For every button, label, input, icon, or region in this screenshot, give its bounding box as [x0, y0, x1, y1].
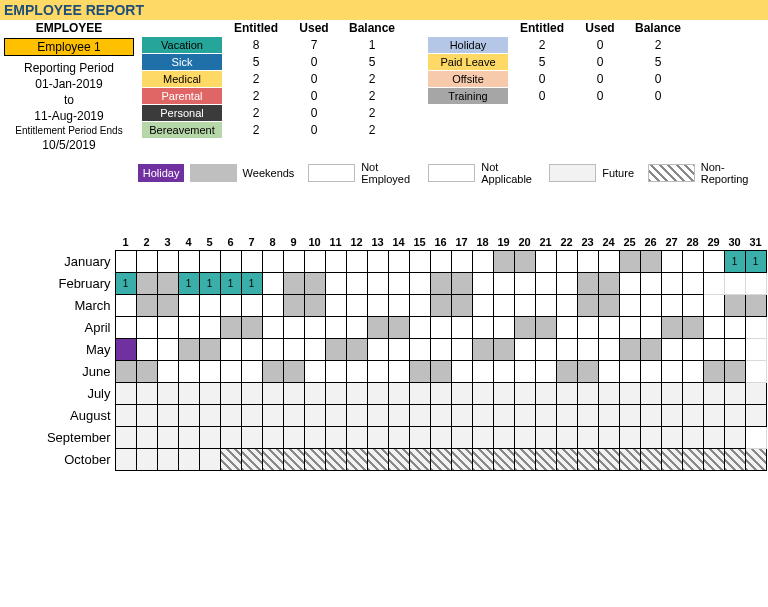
day-cell [136, 383, 157, 405]
num-cell: 0 [286, 122, 342, 139]
day-cell [682, 383, 703, 405]
day-cell [724, 383, 745, 405]
day-cell [283, 295, 304, 317]
day-cell [199, 383, 220, 405]
day-cell [703, 383, 724, 405]
day-cell [409, 361, 430, 383]
day-cell [367, 339, 388, 361]
day-header: 8 [262, 235, 283, 251]
day-cell [493, 449, 514, 471]
day-cell [556, 273, 577, 295]
day-cell [724, 295, 745, 317]
day-cell [115, 317, 136, 339]
day-cell [220, 295, 241, 317]
day-cell [451, 339, 472, 361]
day-cell [724, 427, 745, 449]
day-cell [367, 317, 388, 339]
day-cell [745, 339, 766, 361]
day-cell [619, 251, 640, 273]
day-cell [724, 317, 745, 339]
day-cell [451, 273, 472, 295]
day-cell [703, 427, 724, 449]
day-cell [514, 339, 535, 361]
day-cell [367, 251, 388, 273]
day-cell [262, 339, 283, 361]
day-cell [493, 295, 514, 317]
day-cell [157, 251, 178, 273]
day-cell [661, 449, 682, 471]
day-cell [703, 273, 724, 295]
day-cell [703, 295, 724, 317]
day-cell [409, 251, 430, 273]
reporting-start: 01-Jan-2019 [4, 76, 134, 92]
month-label: June [40, 361, 115, 383]
day-cell [283, 273, 304, 295]
col-entitled-2: Entitled [514, 20, 570, 37]
type-sick: Sick [142, 54, 222, 71]
day-cell [262, 449, 283, 471]
day-cell [640, 383, 661, 405]
day-cell [136, 273, 157, 295]
legend-nonrep-swatch [648, 164, 695, 182]
day-cell [745, 295, 766, 317]
day-cell [703, 339, 724, 361]
day-cell [430, 449, 451, 471]
day-cell: 1 [199, 273, 220, 295]
num-cell: 0 [286, 88, 342, 105]
month-label: January [40, 251, 115, 273]
day-cell [409, 449, 430, 471]
day-cell [304, 295, 325, 317]
day-cell [241, 251, 262, 273]
day-cell [220, 251, 241, 273]
day-cell [346, 361, 367, 383]
day-cell [157, 361, 178, 383]
day-cell [388, 427, 409, 449]
entitlement-date: 10/5/2019 [4, 137, 134, 153]
num-cell: 2 [630, 37, 686, 54]
day-cell [619, 449, 640, 471]
day-cell [241, 339, 262, 361]
day-cell [598, 449, 619, 471]
num-cell: 1 [344, 37, 400, 54]
day-cell [682, 251, 703, 273]
day-cell [535, 449, 556, 471]
day-cell [178, 427, 199, 449]
day-cell [451, 427, 472, 449]
day-cell [661, 317, 682, 339]
day-cell [430, 295, 451, 317]
day-cell [157, 317, 178, 339]
num-cell: 0 [630, 71, 686, 88]
day-cell [262, 295, 283, 317]
day-cell [577, 251, 598, 273]
day-cell [472, 361, 493, 383]
day-cell [241, 317, 262, 339]
day-cell: 1 [724, 251, 745, 273]
day-cell [136, 405, 157, 427]
day-cell [430, 339, 451, 361]
num-cell: 0 [514, 71, 570, 88]
day-cell [136, 361, 157, 383]
day-cell [178, 295, 199, 317]
day-header: 14 [388, 235, 409, 251]
day-cell [220, 405, 241, 427]
day-cell [346, 317, 367, 339]
day-cell [535, 405, 556, 427]
num-cell: 0 [572, 54, 628, 71]
day-cell [577, 449, 598, 471]
day-cell [577, 383, 598, 405]
day-cell [472, 427, 493, 449]
day-cell [640, 273, 661, 295]
day-cell [535, 317, 556, 339]
day-cell [514, 405, 535, 427]
day-cell [472, 251, 493, 273]
day-cell [514, 449, 535, 471]
col-entitled: Entitled [228, 20, 284, 37]
day-cell [220, 361, 241, 383]
legend-na-swatch [428, 164, 475, 182]
day-cell [115, 449, 136, 471]
day-cell [556, 361, 577, 383]
day-cell [640, 427, 661, 449]
day-cell [430, 427, 451, 449]
day-cell [178, 317, 199, 339]
day-cell [430, 383, 451, 405]
